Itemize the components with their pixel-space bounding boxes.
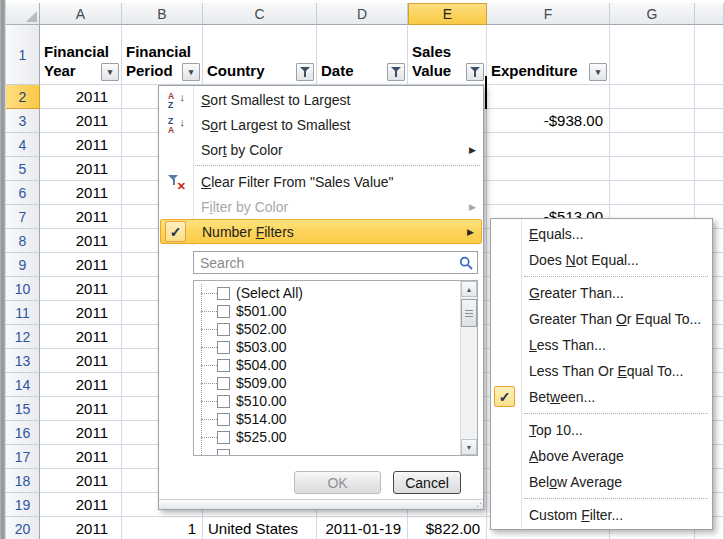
- filter-value-item[interactable]: $503.00: [194, 338, 477, 356]
- cell-A13[interactable]: 2011: [40, 349, 122, 373]
- value-checkbox[interactable]: [217, 359, 230, 372]
- cell-G6[interactable]: [610, 181, 695, 205]
- column-header-F[interactable]: F: [487, 3, 610, 25]
- submenu-item-less-than[interactable]: Less Than...: [491, 332, 712, 358]
- filter-funnel-button[interactable]: [296, 63, 314, 81]
- cell-A5[interactable]: 2011: [40, 157, 122, 181]
- submenu-item-greater-than-or-equal-to[interactable]: Greater Than Or Equal To...: [491, 306, 712, 332]
- filter-value-item[interactable]: $525.00: [194, 428, 477, 446]
- cell-E20[interactable]: $822.00: [408, 517, 487, 539]
- row-header-16[interactable]: 16: [6, 421, 40, 445]
- row-header-17[interactable]: 17: [6, 445, 40, 469]
- cell-G4[interactable]: [610, 133, 695, 157]
- value-checkbox[interactable]: [217, 377, 230, 390]
- row-header-19[interactable]: 19: [6, 493, 40, 517]
- list-scrollbar[interactable]: ▲ ▼: [460, 281, 477, 455]
- filter-value-item[interactable]: $514.00: [194, 410, 477, 428]
- cell-F2[interactable]: [487, 85, 610, 109]
- value-checkbox[interactable]: [217, 323, 230, 336]
- value-checkbox[interactable]: [217, 413, 230, 426]
- value-checkbox[interactable]: [217, 341, 230, 354]
- filter-value-item[interactable]: $510.00: [194, 392, 477, 410]
- cell-A20[interactable]: 2011: [40, 517, 122, 539]
- column-header-A[interactable]: A: [40, 3, 122, 25]
- filter-funnel-button[interactable]: [466, 63, 484, 81]
- cell-A12[interactable]: 2011: [40, 325, 122, 349]
- field-header-empty[interactable]: [610, 25, 695, 85]
- row-header-20[interactable]: 20: [6, 517, 40, 539]
- cell-A11[interactable]: 2011: [40, 301, 122, 325]
- row-header-9[interactable]: 9: [6, 253, 40, 277]
- menu-item-clear-filter-from-sales-value[interactable]: ✕Clear Filter From "Sales Value": [159, 169, 483, 194]
- scroll-down-button[interactable]: ▼: [461, 439, 477, 455]
- submenu-item-between[interactable]: ✓Between...: [491, 384, 712, 410]
- filter-value-item[interactable]: $501.00: [194, 302, 477, 320]
- column-header-partial[interactable]: [695, 3, 724, 25]
- cell-B20[interactable]: 1: [122, 517, 203, 539]
- menu-item-sort-smallest-to-largest[interactable]: AZ↓Sort Smallest to Largest: [159, 87, 483, 112]
- column-header-E[interactable]: E: [408, 3, 487, 25]
- menu-item-number-filters[interactable]: ✓Number Filters▶: [160, 219, 482, 244]
- filter-value-item[interactable]: [194, 446, 477, 456]
- cell-A9[interactable]: 2011: [40, 253, 122, 277]
- cell-A8[interactable]: 2011: [40, 229, 122, 253]
- cell-A17[interactable]: 2011: [40, 445, 122, 469]
- cell-G3[interactable]: [610, 109, 695, 133]
- row-header-5[interactable]: 5: [6, 157, 40, 181]
- select-all-corner[interactable]: [6, 3, 40, 25]
- cancel-button[interactable]: Cancel: [393, 471, 461, 494]
- cell-D20[interactable]: 2011-01-19: [317, 517, 408, 539]
- cell-A6[interactable]: 2011: [40, 181, 122, 205]
- cell-A15[interactable]: 2011: [40, 397, 122, 421]
- submenu-item-below-average[interactable]: Below Average: [491, 469, 712, 495]
- cell-A19[interactable]: 2011: [40, 493, 122, 517]
- cell-F3[interactable]: -$938.00: [487, 109, 610, 133]
- row-header-2[interactable]: 2: [6, 85, 40, 109]
- menu-item-sort-by-color[interactable]: Sort by Color▶: [159, 137, 483, 162]
- filter-value-item[interactable]: $504.00: [194, 356, 477, 374]
- search-input[interactable]: [193, 251, 478, 274]
- row-header-8[interactable]: 8: [6, 229, 40, 253]
- cell-H5[interactable]: [695, 157, 724, 181]
- filter-dropdown-button[interactable]: ▾: [182, 63, 200, 81]
- row-header-1[interactable]: 1: [6, 25, 40, 85]
- cell-H2[interactable]: [695, 85, 724, 109]
- cell-A10[interactable]: 2011: [40, 277, 122, 301]
- menu-resize-strip[interactable]: ⋰: [159, 499, 483, 509]
- value-checkbox[interactable]: [217, 287, 230, 300]
- submenu-item-does-not-equal[interactable]: Does Not Equal...: [491, 247, 712, 273]
- field-header-financial-year[interactable]: FinancialYear▾: [40, 25, 122, 85]
- cell-G5[interactable]: [610, 157, 695, 181]
- field-header-sales-value[interactable]: SalesValue: [408, 25, 487, 85]
- row-header-14[interactable]: 14: [6, 373, 40, 397]
- cell-F5[interactable]: [487, 157, 610, 181]
- column-header-G[interactable]: G: [610, 3, 695, 25]
- cell-G2[interactable]: [610, 85, 695, 109]
- cell-A7[interactable]: 2011: [40, 205, 122, 229]
- row-header-11[interactable]: 11: [6, 301, 40, 325]
- cell-A4[interactable]: 2011: [40, 133, 122, 157]
- row-header-3[interactable]: 3: [6, 109, 40, 133]
- row-header-7[interactable]: 7: [6, 205, 40, 229]
- column-header-B[interactable]: B: [122, 3, 203, 25]
- filter-value-item[interactable]: $509.00: [194, 374, 477, 392]
- filter-dropdown-button[interactable]: ▾: [589, 63, 607, 81]
- cell-H6[interactable]: [695, 181, 724, 205]
- row-header-15[interactable]: 15: [6, 397, 40, 421]
- cell-A3[interactable]: 2011: [40, 109, 122, 133]
- row-header-12[interactable]: 12: [6, 325, 40, 349]
- value-checkbox[interactable]: [217, 449, 230, 457]
- column-header-C[interactable]: C: [203, 3, 317, 25]
- cell-H4[interactable]: [695, 133, 724, 157]
- cell-A18[interactable]: 2011: [40, 469, 122, 493]
- field-header-country[interactable]: Country: [203, 25, 317, 85]
- value-checkbox[interactable]: [217, 431, 230, 444]
- row-header-10[interactable]: 10: [6, 277, 40, 301]
- submenu-item-above-average[interactable]: Above Average: [491, 443, 712, 469]
- row-header-13[interactable]: 13: [6, 349, 40, 373]
- filter-dropdown-button[interactable]: ▾: [101, 63, 119, 81]
- row-header-18[interactable]: 18: [6, 469, 40, 493]
- submenu-item-custom-filter[interactable]: Custom Filter...: [491, 502, 712, 528]
- cell-A16[interactable]: 2011: [40, 421, 122, 445]
- submenu-item-less-than-or-equal-to[interactable]: Less Than Or Equal To...: [491, 358, 712, 384]
